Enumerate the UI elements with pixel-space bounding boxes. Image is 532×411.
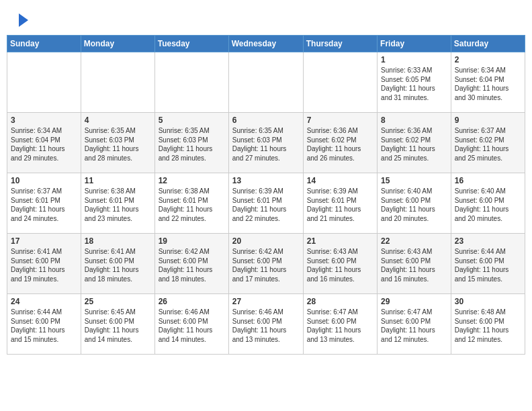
calendar-cell: 9Sunrise: 6:37 AM Sunset: 6:02 PM Daylig…	[451, 113, 525, 173]
day-info: Sunrise: 6:44 AM Sunset: 6:00 PM Dayligh…	[11, 308, 77, 344]
day-number: 1	[381, 55, 447, 64]
calendar-cell: 16Sunrise: 6:40 AM Sunset: 6:00 PM Dayli…	[451, 173, 525, 234]
calendar-header: SundayMondayTuesdayWednesdayThursdayFrid…	[7, 36, 525, 52]
day-info: Sunrise: 6:44 AM Sunset: 6:00 PM Dayligh…	[455, 247, 521, 283]
calendar-cell: 11Sunrise: 6:38 AM Sunset: 6:01 PM Dayli…	[81, 173, 154, 234]
calendar-cell: 10Sunrise: 6:37 AM Sunset: 6:01 PM Dayli…	[7, 173, 81, 234]
calendar-cell: 1Sunrise: 6:33 AM Sunset: 6:05 PM Daylig…	[378, 52, 451, 113]
day-number: 2	[455, 55, 521, 64]
logo	[13, 12, 30, 28]
day-number: 15	[381, 176, 447, 185]
calendar-cell: 25Sunrise: 6:45 AM Sunset: 6:00 PM Dayli…	[81, 294, 154, 355]
calendar-cell: 4Sunrise: 6:35 AM Sunset: 6:03 PM Daylig…	[81, 113, 154, 173]
day-number: 13	[232, 176, 300, 185]
day-number: 5	[159, 116, 225, 125]
calendar-cell: 29Sunrise: 6:47 AM Sunset: 6:00 PM Dayli…	[378, 294, 451, 355]
day-number: 21	[307, 236, 373, 246]
day-number: 10	[11, 176, 77, 185]
day-number: 4	[85, 116, 151, 125]
calendar-body: 1Sunrise: 6:33 AM Sunset: 6:05 PM Daylig…	[7, 52, 525, 355]
day-info: Sunrise: 6:35 AM Sunset: 6:03 PM Dayligh…	[232, 126, 300, 163]
day-number: 20	[232, 236, 300, 246]
day-number: 23	[455, 236, 521, 246]
calendar-cell: 8Sunrise: 6:36 AM Sunset: 6:02 PM Daylig…	[378, 113, 451, 173]
day-number: 7	[307, 116, 373, 125]
calendar-cell: 27Sunrise: 6:46 AM Sunset: 6:00 PM Dayli…	[228, 294, 303, 355]
calendar-cell: 19Sunrise: 6:42 AM Sunset: 6:00 PM Dayli…	[154, 234, 228, 294]
calendar-cell: 6Sunrise: 6:35 AM Sunset: 6:03 PM Daylig…	[228, 113, 303, 173]
calendar-cell: 23Sunrise: 6:44 AM Sunset: 6:00 PM Dayli…	[451, 234, 525, 294]
day-number: 16	[455, 176, 521, 185]
day-number: 14	[307, 176, 373, 185]
day-info: Sunrise: 6:45 AM Sunset: 6:00 PM Dayligh…	[85, 308, 151, 344]
calendar-cell: 14Sunrise: 6:39 AM Sunset: 6:01 PM Dayli…	[303, 173, 377, 234]
svg-marker-0	[19, 13, 28, 27]
calendar-cell: 2Sunrise: 6:34 AM Sunset: 6:04 PM Daylig…	[451, 52, 525, 113]
calendar-cell	[7, 52, 81, 113]
calendar-cell: 15Sunrise: 6:40 AM Sunset: 6:00 PM Dayli…	[378, 173, 451, 234]
calendar-cell: 7Sunrise: 6:36 AM Sunset: 6:02 PM Daylig…	[303, 113, 377, 173]
weekday-header-thursday: Thursday	[303, 36, 377, 52]
day-info: Sunrise: 6:33 AM Sunset: 6:05 PM Dayligh…	[381, 66, 447, 102]
day-number: 6	[232, 116, 300, 125]
calendar-cell: 3Sunrise: 6:34 AM Sunset: 6:04 PM Daylig…	[7, 113, 81, 173]
day-number: 26	[159, 297, 225, 306]
day-number: 29	[381, 297, 447, 306]
calendar-cell: 18Sunrise: 6:41 AM Sunset: 6:00 PM Dayli…	[81, 234, 154, 294]
weekday-header-wednesday: Wednesday	[228, 36, 303, 52]
day-info: Sunrise: 6:37 AM Sunset: 6:01 PM Dayligh…	[11, 187, 77, 223]
day-info: Sunrise: 6:42 AM Sunset: 6:00 PM Dayligh…	[159, 247, 225, 283]
day-number: 30	[455, 297, 521, 306]
calendar-week-3: 10Sunrise: 6:37 AM Sunset: 6:01 PM Dayli…	[7, 173, 525, 234]
weekday-header-saturday: Saturday	[451, 36, 525, 52]
calendar-week-4: 17Sunrise: 6:41 AM Sunset: 6:00 PM Dayli…	[7, 234, 525, 294]
day-info: Sunrise: 6:46 AM Sunset: 6:00 PM Dayligh…	[159, 308, 225, 344]
day-number: 18	[85, 236, 151, 246]
day-info: Sunrise: 6:48 AM Sunset: 6:00 PM Dayligh…	[455, 308, 521, 344]
weekday-header-sunday: Sunday	[7, 36, 81, 52]
calendar-week-2: 3Sunrise: 6:34 AM Sunset: 6:04 PM Daylig…	[7, 113, 525, 173]
day-info: Sunrise: 6:34 AM Sunset: 6:04 PM Dayligh…	[455, 66, 521, 102]
calendar-cell: 21Sunrise: 6:43 AM Sunset: 6:00 PM Dayli…	[303, 234, 377, 294]
calendar-cell: 26Sunrise: 6:46 AM Sunset: 6:00 PM Dayli…	[154, 294, 228, 355]
day-number: 3	[11, 116, 77, 125]
day-number: 22	[381, 236, 447, 246]
day-info: Sunrise: 6:43 AM Sunset: 6:00 PM Dayligh…	[307, 247, 373, 283]
day-info: Sunrise: 6:37 AM Sunset: 6:02 PM Dayligh…	[455, 126, 521, 163]
calendar-cell: 13Sunrise: 6:39 AM Sunset: 6:01 PM Dayli…	[228, 173, 303, 234]
day-info: Sunrise: 6:41 AM Sunset: 6:00 PM Dayligh…	[85, 247, 151, 283]
calendar-cell: 12Sunrise: 6:38 AM Sunset: 6:01 PM Dayli…	[154, 173, 228, 234]
page-header	[7, 7, 525, 31]
calendar-cell: 30Sunrise: 6:48 AM Sunset: 6:00 PM Dayli…	[451, 294, 525, 355]
day-info: Sunrise: 6:41 AM Sunset: 6:00 PM Dayligh…	[11, 247, 77, 283]
day-number: 17	[11, 236, 77, 246]
calendar-cell	[228, 52, 303, 113]
day-number: 24	[11, 297, 77, 306]
weekday-header-monday: Monday	[81, 36, 154, 52]
calendar-cell	[154, 52, 228, 113]
day-info: Sunrise: 6:47 AM Sunset: 6:00 PM Dayligh…	[381, 308, 447, 344]
day-info: Sunrise: 6:36 AM Sunset: 6:02 PM Dayligh…	[381, 126, 447, 163]
logo-icon	[16, 12, 30, 28]
calendar-cell: 5Sunrise: 6:35 AM Sunset: 6:03 PM Daylig…	[154, 113, 228, 173]
day-info: Sunrise: 6:35 AM Sunset: 6:03 PM Dayligh…	[85, 126, 151, 163]
day-info: Sunrise: 6:39 AM Sunset: 6:01 PM Dayligh…	[307, 187, 373, 223]
day-info: Sunrise: 6:38 AM Sunset: 6:01 PM Dayligh…	[159, 187, 225, 223]
calendar-cell: 17Sunrise: 6:41 AM Sunset: 6:00 PM Dayli…	[7, 234, 81, 294]
day-number: 25	[85, 297, 151, 306]
day-number: 19	[159, 236, 225, 246]
calendar-table: SundayMondayTuesdayWednesdayThursdayFrid…	[7, 35, 525, 355]
day-info: Sunrise: 6:36 AM Sunset: 6:02 PM Dayligh…	[307, 126, 373, 163]
calendar-cell	[303, 52, 377, 113]
day-info: Sunrise: 6:35 AM Sunset: 6:03 PM Dayligh…	[159, 126, 225, 163]
weekday-row: SundayMondayTuesdayWednesdayThursdayFrid…	[7, 36, 525, 52]
day-number: 27	[232, 297, 300, 306]
day-number: 11	[85, 176, 151, 185]
day-info: Sunrise: 6:34 AM Sunset: 6:04 PM Dayligh…	[11, 126, 77, 163]
day-number: 9	[455, 116, 521, 125]
calendar-cell	[81, 52, 154, 113]
calendar-week-5: 24Sunrise: 6:44 AM Sunset: 6:00 PM Dayli…	[7, 294, 525, 355]
day-number: 12	[159, 176, 225, 185]
day-info: Sunrise: 6:47 AM Sunset: 6:00 PM Dayligh…	[307, 308, 373, 344]
weekday-header-tuesday: Tuesday	[154, 36, 228, 52]
